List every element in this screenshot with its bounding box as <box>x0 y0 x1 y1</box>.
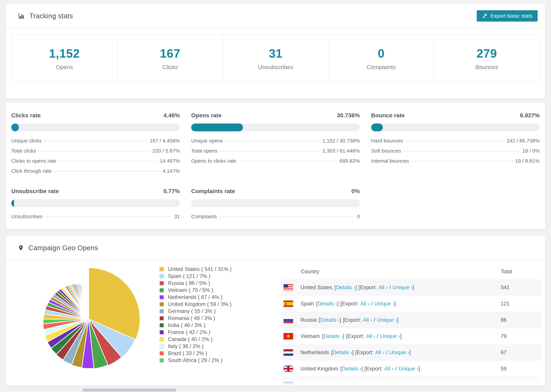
tracking-stats-header: Tracking stats Export basic stats <box>6 4 545 28</box>
export-all-link[interactable]: All › <box>366 333 375 339</box>
rate-head: Complaints rate 0% <box>191 188 360 195</box>
counter-cell: 279 Bounces <box>434 35 539 82</box>
legend-item: India ( 46 / 3% ) <box>159 322 232 329</box>
rate-rows: Hard bounces 242 / 86.738% Soft bounces … <box>371 138 540 168</box>
rate-title: Bounce rate <box>371 112 405 119</box>
total-cell: 59 <box>501 366 507 372</box>
details-link[interactable]: Details › <box>342 366 361 372</box>
export-unique-link[interactable]: Unique › <box>380 333 400 339</box>
rate-panel: Complaints rate 0% Complaints 0 <box>191 188 360 224</box>
stat-value: 31 <box>174 214 180 219</box>
legend-label: Romania ( 49 / 3% ) <box>168 315 215 321</box>
rate-rows: Unsubscribes 31 <box>11 214 180 224</box>
rate-panel: Bounce rate 6.927% Hard bounces 242 / 86… <box>371 112 540 178</box>
rates-grid: Clicks rate 4.46% Unique clicks 167 / 4.… <box>6 102 545 224</box>
export-unique-link[interactable]: Unique › <box>398 366 418 372</box>
country-name: Vietnam <box>300 333 320 339</box>
details-link[interactable]: Details › <box>318 301 337 307</box>
rate-value: 0% <box>352 188 360 195</box>
rate-value: 30.736% <box>337 112 360 119</box>
export-all-link[interactable]: All › <box>375 350 384 356</box>
rate-rows: Unique clicks 167 / 4.456% Total clicks … <box>11 138 180 178</box>
horizontal-scrollbar-thumb[interactable] <box>82 389 176 392</box>
legend-label: India ( 46 / 3% ) <box>168 322 205 328</box>
progress-bar-fill <box>191 124 243 131</box>
details-link[interactable]: Details › <box>333 350 352 356</box>
counter-value: 167 <box>160 47 180 60</box>
export-all-link[interactable]: All › <box>360 301 369 307</box>
legend-label: Russia ( 86 / 5% ) <box>168 280 210 286</box>
export-all-link[interactable]: All › <box>384 366 393 372</box>
counter-label: Clicks <box>162 64 178 70</box>
legend-label: United Kingdom ( 59 / 3% ) <box>168 301 232 307</box>
flag-de-icon <box>283 382 293 386</box>
legend-swatch <box>159 309 164 314</box>
dotted-leader <box>44 141 147 141</box>
country-cell: Vietnam[Details ›][Export:All ›/Unique ›… <box>300 333 402 339</box>
flag-gb-icon <box>283 365 293 372</box>
dotted-leader <box>411 161 513 161</box>
details-link[interactable]: Details › <box>323 333 343 339</box>
legend-item: United States ( 541 / 31% ) <box>159 266 232 273</box>
geo-header: Campaign Geo Opens <box>6 236 545 260</box>
stat-value: 18 / 0% <box>522 148 540 154</box>
geo-table-row: Russia[Details ›][Export:All ›/Unique ›]… <box>281 312 541 328</box>
counter-label: Opens <box>56 64 73 70</box>
rate-panel: Opens rate 30.736% Unique opens 1,152 / … <box>191 112 360 178</box>
legend-label: Vietnam ( 79 / 5% ) <box>168 287 213 293</box>
legend-item: Romania ( 49 / 3% ) <box>159 315 232 322</box>
legend-item: South Africa ( 29 / 2% ) <box>159 357 232 364</box>
country-cell: United States[Details ›][Export:All ›/Un… <box>300 284 414 291</box>
country-cell: Netherlands[Details ›][Export:All ›/Uniq… <box>300 350 411 356</box>
export-unique-link[interactable]: Unique › <box>389 350 409 356</box>
stat-label: Opens to clicks rate <box>191 158 236 164</box>
stat-row: Soft bounces 18 / 0% <box>371 148 540 158</box>
geo-opens-pie-chart <box>33 263 145 375</box>
total-cell: 541 <box>501 284 509 291</box>
country-cell: Spain[Details ›][Export:All ›/Unique ›] <box>300 301 396 307</box>
legend-label: Canada ( 40 / 2% ) <box>168 336 212 343</box>
campaign-geo-opens-card: Campaign Geo Opens United States ( 541 /… <box>6 235 545 386</box>
export-unique-link[interactable]: Unique › <box>374 301 394 307</box>
total-cell: 121 <box>501 301 509 307</box>
details-link[interactable]: Details › <box>336 284 355 291</box>
export-basic-stats-button[interactable]: Export basic stats <box>477 10 538 21</box>
stat-row: Internal bounces 19 / 6.81% <box>371 158 540 168</box>
rate-title: Unsubscribe rate <box>11 188 59 195</box>
geo-table-row: United Kingdom[Details ›][Export:All ›/U… <box>281 361 541 377</box>
export-unique-link[interactable]: Unique › <box>393 284 413 291</box>
rate-rows: Unique opens 1,152 / 30.736% Total opens… <box>191 138 360 168</box>
legend-item: Germany ( 55 / 3% ) <box>159 308 232 315</box>
geo-title: Campaign Geo Opens <box>18 244 98 252</box>
details-link[interactable]: Details › <box>320 317 340 323</box>
counter-label: Unsubscribes <box>258 64 293 70</box>
country-cell: Russia[Details ›][Export:All ›/Unique ›] <box>300 317 398 323</box>
export-all-link[interactable]: All › <box>379 284 388 291</box>
legend-item: Italy ( 36 / 2% ) <box>159 343 232 350</box>
stat-label: Total opens <box>191 148 217 154</box>
dotted-leader <box>219 217 354 217</box>
geo-table-header: Country Total <box>281 264 541 279</box>
stat-value: 19 / 6.81% <box>515 158 540 164</box>
progress-bar-fill <box>11 199 14 207</box>
legend-swatch <box>159 337 164 342</box>
legend-label: Spain ( 121 / 7% ) <box>168 273 210 279</box>
progress-bar <box>11 124 180 131</box>
counter-label: Complaints <box>367 64 396 70</box>
stat-row: Opens to clicks rate 689.82% <box>191 158 360 168</box>
rate-head: Clicks rate 4.46% <box>11 112 180 119</box>
column-header-total: Total <box>501 268 512 275</box>
stat-row: Total clicks 220 / 5.87% <box>11 148 180 158</box>
export-unique-link[interactable]: Unique › <box>377 317 397 323</box>
legend-label: United States ( 541 / 31% ) <box>168 266 232 272</box>
legend-swatch <box>159 274 164 279</box>
stat-label: Total clicks <box>11 148 36 154</box>
stat-value: 0 <box>357 214 360 219</box>
legend-label: Italy ( 36 / 2% ) <box>168 343 204 350</box>
progress-bar-fill <box>371 124 383 131</box>
stat-label: Soft bounces <box>371 148 401 154</box>
counter-value: 1,152 <box>49 47 80 60</box>
export-all-link[interactable]: All › <box>363 317 372 323</box>
stat-value: 242 / 86.738% <box>507 138 540 144</box>
stat-label: Complaints <box>191 214 217 219</box>
